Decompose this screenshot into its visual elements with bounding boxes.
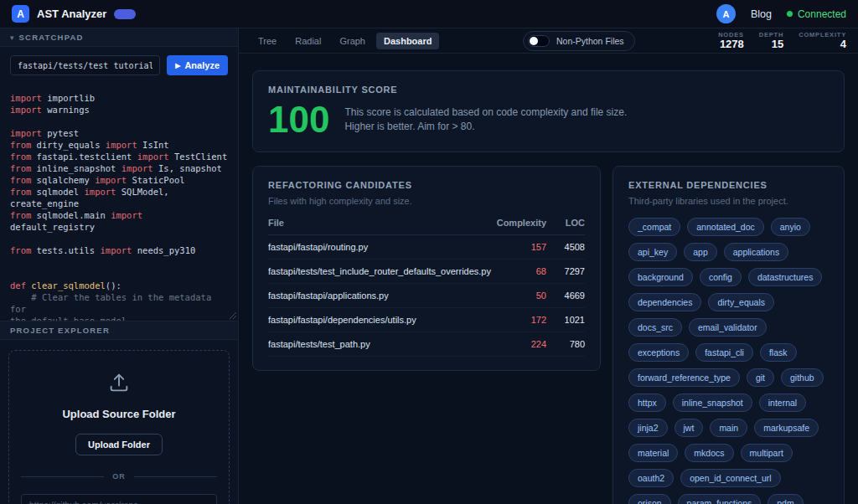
app-logo: A <box>12 5 29 23</box>
code-line <box>10 268 228 280</box>
code-line <box>10 256 228 268</box>
refactoring-title: REFACTORING CANDIDATES <box>268 180 585 190</box>
loc-value: 4669 <box>546 291 585 301</box>
table-row: fastapi/tests/test_include_router_defaul… <box>268 260 585 284</box>
table-header: File Complexity LOC <box>268 218 585 235</box>
non-python-toggle[interactable]: Non-Python Files <box>523 31 635 51</box>
dependency-tag: flask <box>760 343 797 362</box>
maintainability-desc-line2: Higher is better. Aim for > 80. <box>344 120 627 134</box>
code-editor[interactable]: import importlibimport warnings import p… <box>0 84 238 321</box>
dependencies-title: EXTERNAL DEPENDENCIES <box>628 180 829 190</box>
upload-folder-button[interactable]: Upload Folder <box>75 434 163 455</box>
refactoring-table: File Complexity LOC fastapi/fastapi/rout… <box>268 218 585 357</box>
dashboard-content: MAINTAINABILITY SCORE 100 This score is … <box>239 54 858 504</box>
main-area: TreeRadialGraphDashboard Non-Python File… <box>239 28 858 504</box>
upload-dropzone[interactable]: Upload Source Folder Upload Folder OR <box>8 350 230 504</box>
loc-value: 7297 <box>546 266 585 276</box>
refactoring-subtitle: Files with high complexity and size. <box>268 196 585 206</box>
dependency-tag: param_functions <box>678 494 762 504</box>
dependency-tag: inline_snapshot <box>673 393 752 412</box>
dependency-tag: forward_reference_type <box>628 368 740 387</box>
file-path: fastapi/fastapi/routing.py <box>268 242 494 252</box>
dependency-tag: open_id_connect_url <box>680 469 781 487</box>
dependency-tag: github <box>781 368 824 387</box>
dependency-tag: jinja2 <box>628 419 668 437</box>
loc-value: 4508 <box>546 242 585 252</box>
play-icon: ▶ <box>175 62 180 69</box>
code-line: def clear_sqlmodel(): <box>10 280 228 291</box>
dependency-tag: pdm <box>768 494 803 504</box>
project-explorer-title: PROJECT EXPLORER <box>10 326 110 335</box>
stat-nodes: NODES1278 <box>718 31 744 50</box>
table-row: fastapi/fastapi/dependencies/utils.py172… <box>268 308 585 332</box>
dependency-tag: app <box>684 243 717 261</box>
code-line <box>10 116 228 127</box>
code-line: import importlib <box>10 92 228 104</box>
dependency-tag: docs_src <box>628 318 682 337</box>
column-loc: LOC <box>546 218 585 228</box>
chevron-down-icon: ▾ <box>10 33 14 42</box>
dependency-tag: git <box>747 368 774 387</box>
file-path: fastapi/tests/test_path.py <box>268 339 494 349</box>
file-path: fastapi/tests/test_include_router_defaul… <box>268 266 494 276</box>
scratchpad-title: SCRATCHPAD <box>19 33 84 42</box>
toggle-switch[interactable] <box>528 35 550 47</box>
dependency-tag: mkdocs <box>685 444 733 462</box>
code-line: from inline_snapshot import Is, snapshot <box>10 162 228 174</box>
divider-line <box>134 476 217 477</box>
stats-group: NODES1278DEPTH15COMPLEXITY4 <box>718 31 846 50</box>
dependency-tag: config <box>700 268 742 286</box>
dependency-tag: fastapi_cli <box>695 343 753 362</box>
blog-link[interactable]: Blog <box>751 8 772 20</box>
dependency-tag: applications <box>724 243 788 261</box>
loc-value: 780 <box>546 339 585 349</box>
analyze-button[interactable]: ▶ Analyze <box>167 55 228 75</box>
dependency-tag: material <box>628 444 678 462</box>
dependency-tag: internal <box>759 393 806 412</box>
sidebar: ▾ SCRATCHPAD ▶ Analyze import importlibi… <box>0 28 239 504</box>
toggle-label: Non-Python Files <box>556 36 624 46</box>
maintainability-description: This score is calculated based on code c… <box>344 105 627 135</box>
refactoring-table-body: fastapi/fastapi/routing.py1574508fastapi… <box>268 235 585 357</box>
code-line: from dirty_equals import IsInt <box>10 139 228 151</box>
or-divider: OR <box>21 472 217 481</box>
stat-label: COMPLEXITY <box>799 31 846 39</box>
table-row: fastapi/fastapi/applications.py504669 <box>268 284 585 308</box>
dependency-tag: _compat <box>628 218 680 236</box>
code-line: from sqlmodel.main import default_regist… <box>10 209 228 233</box>
refactoring-card: REFACTORING CANDIDATES Files with high c… <box>252 166 601 371</box>
maintainability-score: 100 <box>268 101 329 138</box>
or-label: OR <box>112 472 126 481</box>
table-row: fastapi/fastapi/routing.py1574508 <box>268 235 585 260</box>
stat-depth: DEPTH15 <box>759 31 783 50</box>
resize-handle[interactable] <box>228 311 236 319</box>
file-path-input[interactable] <box>10 55 160 75</box>
tab-graph[interactable]: Graph <box>332 33 373 49</box>
complexity-value: 50 <box>494 291 546 301</box>
app-title: AST Analyzer <box>37 8 106 20</box>
stat-value: 4 <box>840 39 846 50</box>
version-badge <box>114 9 136 19</box>
upload-title: Upload Source Folder <box>62 408 175 420</box>
dependencies-card: EXTERNAL DEPENDENCIES Third-party librar… <box>612 166 845 504</box>
project-explorer-section-header[interactable]: PROJECT EXPLORER <box>0 321 238 340</box>
tab-dashboard[interactable]: Dashboard <box>376 33 439 49</box>
toggle-knob <box>530 37 538 45</box>
dependency-tag: anyio <box>771 218 810 236</box>
tab-tree[interactable]: Tree <box>251 33 284 49</box>
avatar[interactable]: A <box>716 4 736 23</box>
upload-icon <box>107 371 131 394</box>
maintainability-desc-line1: This score is calculated based on code c… <box>344 105 627 120</box>
dependency-tag: dirty_equals <box>708 293 774 311</box>
complexity-value: 224 <box>494 339 546 349</box>
connected-dot-icon <box>787 11 793 17</box>
avatar-letter: A <box>722 9 729 19</box>
dependency-tag: oauth2 <box>628 469 674 487</box>
dependency-tag: exceptions <box>628 343 689 362</box>
repo-url-input[interactable] <box>21 494 217 504</box>
divider-line <box>21 476 104 477</box>
tab-radial[interactable]: Radial <box>287 33 328 49</box>
scratchpad-section-header[interactable]: ▾ SCRATCHPAD <box>0 28 238 47</box>
dependency-tag: orjson <box>628 494 671 504</box>
dependency-tag: datastructures <box>748 268 823 286</box>
